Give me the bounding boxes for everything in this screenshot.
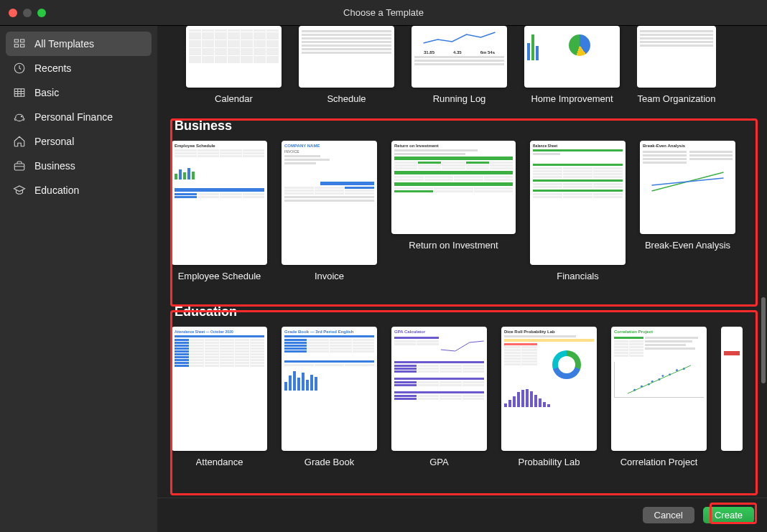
template-label: Running Log [433, 93, 486, 104]
template-label: Grade Book [305, 457, 354, 467]
template-card-running-log[interactable]: 31.854.356m 54s Running Log [412, 26, 507, 104]
template-thumb: Employee Schedule [172, 141, 267, 265]
gradcap-icon [13, 184, 26, 197]
sidebar-item-label: Education [34, 185, 79, 196]
template-card-schedule[interactable]: Schedule [299, 26, 394, 104]
template-card-team-organization[interactable]: Team Organization [637, 26, 716, 104]
template-thumb [299, 26, 394, 88]
create-button[interactable]: Create [703, 507, 754, 523]
sidebar-item-personal[interactable]: Personal [6, 129, 152, 154]
section-business: Business Employee Schedule [157, 104, 767, 290]
template-label: Home Improvement [531, 93, 613, 104]
sidebar-item-label: Personal [34, 136, 74, 147]
template-label: Financials [557, 271, 599, 281]
svg-rect-1 [21, 39, 24, 42]
template-card-attendance[interactable]: Attendance Sheet — October 2020 [172, 327, 267, 467]
sidebar-item-label: All Templates [34, 38, 94, 50]
template-thumb: 31.854.356m 54s [412, 26, 507, 88]
template-thumb: Grade Book — 3rd Period English [282, 327, 377, 451]
template-card-home-improvement[interactable]: Home Improvement [524, 26, 620, 104]
section-title: Education [172, 302, 761, 327]
template-card-gpa[interactable]: GPA Calculator [391, 327, 487, 467]
template-thumb [637, 26, 716, 88]
briefcase-icon [13, 159, 26, 172]
sidebar-item-label: Recents [34, 62, 71, 74]
template-thumb [524, 26, 620, 88]
section-title: Business [172, 116, 761, 141]
template-label: Calendar [215, 93, 253, 104]
template-label: GPA [429, 457, 449, 467]
template-label: Correlation Project [620, 457, 698, 467]
template-label: Attendance [196, 457, 243, 467]
svg-point-6 [21, 116, 22, 117]
template-thumb: Break-Even Analysis [640, 141, 735, 234]
template-card-return-on-investment[interactable]: Return on Investment [391, 141, 516, 281]
sidebar-item-personal-finance[interactable]: Personal Finance [6, 105, 152, 129]
clock-icon [13, 62, 26, 75]
table-icon [13, 86, 26, 99]
template-label: Return on Investment [409, 240, 498, 251]
sidebar-item-label: Personal Finance [34, 111, 113, 123]
template-label: Break-Even Analysis [645, 240, 730, 251]
template-card-probability-lab[interactable]: Dice Roll Probability Lab [501, 327, 597, 467]
footer: Cancel Create [157, 498, 767, 532]
svg-line-17 [628, 365, 691, 393]
template-thumb: Return on Investment [391, 141, 516, 234]
template-label: Team Organization [637, 93, 715, 104]
svg-rect-5 [14, 89, 24, 97]
piggy-icon [13, 111, 26, 123]
sidebar-item-business[interactable]: Business [6, 154, 152, 178]
template-card-correlation-project[interactable]: Correlation Project [611, 327, 707, 467]
template-label: Invoice [315, 271, 344, 281]
sidebar-item-recents[interactable]: Recents [6, 56, 152, 80]
template-card-grade-book[interactable]: Grade Book — 3rd Period English [282, 327, 377, 467]
home-icon [13, 135, 26, 148]
svg-rect-3 [21, 45, 24, 47]
template-label: Probability Lab [519, 457, 580, 467]
sidebar-item-label: Basic [34, 87, 59, 98]
main-content: Calendar Schedule 31.854.356m 54s [157, 26, 767, 532]
template-card-break-even-analysis[interactable]: Break-Even Analysis Break-Even Analysis [640, 141, 735, 281]
template-card-financials[interactable]: Balance Sheet [530, 141, 626, 281]
template-thumb: Attendance Sheet — October 2020 [172, 327, 267, 451]
template-card-partial[interactable] [721, 327, 743, 467]
sidebar-item-label: Business [34, 160, 75, 172]
section-education: Education Attendance Sheet — October 202… [157, 290, 767, 476]
sidebar-item-basic[interactable]: Basic [6, 80, 152, 105]
template-thumb: Balance Sheet [530, 141, 626, 265]
sidebar-item-education[interactable]: Education [6, 178, 152, 202]
template-thumb: Dice Roll Probability Lab [501, 327, 597, 451]
template-thumb [186, 26, 282, 88]
sidebar-item-all-templates[interactable]: All Templates [6, 32, 152, 56]
window-title: Choose a Template [0, 7, 767, 18]
template-card-calendar[interactable]: Calendar [186, 26, 282, 104]
template-label: Employee Schedule [178, 271, 261, 281]
cancel-button[interactable]: Cancel [643, 507, 694, 523]
svg-rect-0 [14, 39, 18, 42]
titlebar: Choose a Template [0, 0, 767, 26]
vertical-scrollbar[interactable] [761, 52, 766, 498]
svg-rect-2 [14, 45, 18, 47]
template-card-employee-schedule[interactable]: Employee Schedule [172, 141, 267, 281]
template-thumb: Correlation Project [611, 327, 707, 451]
svg-point-13 [661, 375, 664, 377]
template-thumb: GPA Calculator [391, 327, 487, 451]
template-thumb [721, 327, 743, 451]
template-label: Schedule [327, 93, 366, 104]
grid-icon [13, 37, 26, 50]
template-thumb: COMPANY NAME INVOICE [282, 141, 377, 265]
sidebar: All Templates Recents Basic Personal Fin… [0, 26, 157, 532]
svg-rect-7 [14, 164, 24, 170]
template-scroll-area[interactable]: Calendar Schedule 31.854.356m 54s [157, 26, 767, 532]
template-card-invoice[interactable]: COMPANY NAME INVOICE Invo [282, 141, 377, 281]
